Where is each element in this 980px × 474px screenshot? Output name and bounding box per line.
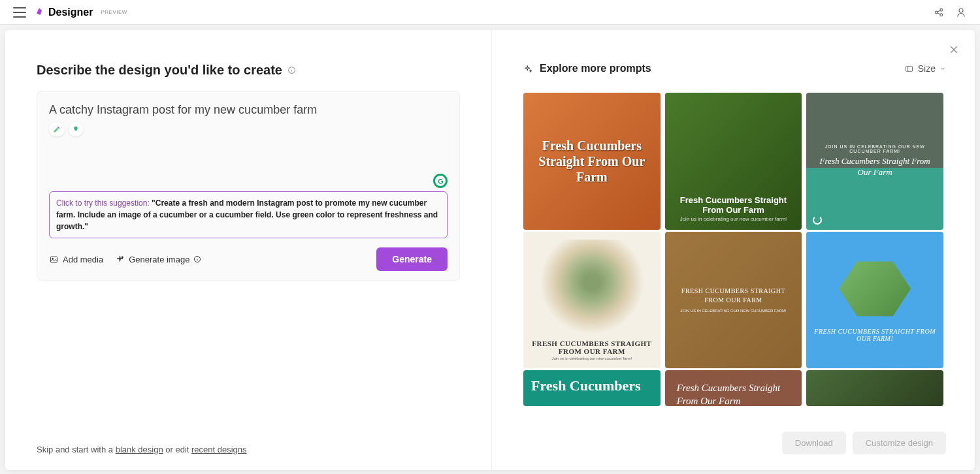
- prompt-heading: Describe the design you'd like to create: [37, 63, 460, 78]
- preview-badge: PREVIEW: [101, 9, 127, 15]
- design-thumbnail[interactable]: FRESH CUCUMBERS STRAIGHT FROM OUR FARM!: [806, 232, 943, 369]
- design-gallery: Fresh Cucumbers Straight From Our Farm F…: [523, 93, 946, 406]
- design-thumbnail[interactable]: Fresh Cucumbers Straight From Our Farm: [523, 93, 661, 230]
- logo-icon: [34, 7, 44, 18]
- download-button[interactable]: Download: [782, 432, 846, 454]
- highlighter-icon: [53, 125, 61, 133]
- customize-design-button[interactable]: Customize design: [853, 432, 946, 454]
- prompt-text[interactable]: A catchy Instagram post for my new cucum…: [49, 103, 448, 117]
- svg-rect-5: [51, 257, 57, 262]
- explore-prompts-button[interactable]: Explore more prompts: [523, 63, 651, 74]
- svg-point-0: [935, 11, 938, 14]
- svg-rect-8: [906, 66, 912, 71]
- app-header: Designer PREVIEW: [0, 0, 980, 25]
- main-panel: Describe the design you'd like to create…: [5, 30, 975, 470]
- lightbulb-icon: [72, 125, 80, 133]
- hamburger-menu-button[interactable]: [13, 7, 26, 18]
- suggestion-box[interactable]: Click to try this suggestion: "Create a …: [49, 191, 448, 238]
- svg-point-3: [959, 8, 963, 12]
- generate-image-button[interactable]: Generate image: [115, 255, 201, 264]
- prompt-panel: Describe the design you'd like to create…: [5, 30, 491, 470]
- size-icon: [904, 64, 914, 74]
- sparkle-icon: [115, 255, 125, 264]
- logo[interactable]: Designer: [34, 7, 93, 18]
- info-icon[interactable]: [287, 66, 296, 74]
- design-thumbnail[interactable]: Fresh Cucumbers: [523, 370, 661, 406]
- info-icon: [193, 255, 201, 263]
- recent-designs-link[interactable]: recent designs: [191, 445, 247, 454]
- svg-point-1: [940, 8, 943, 11]
- prompt-input-box[interactable]: A catchy Instagram post for my new cucum…: [37, 91, 460, 281]
- loading-spinner: [813, 215, 822, 225]
- user-icon[interactable]: [955, 7, 967, 18]
- design-thumbnail[interactable]: [806, 370, 943, 406]
- skip-line: Skip and start with a blank design or ed…: [37, 445, 247, 454]
- suggestion-prefix: Click to try this suggestion:: [56, 198, 152, 208]
- app-name: Designer: [48, 7, 93, 18]
- suggestion-chip-highlight[interactable]: [49, 122, 65, 136]
- svg-point-2: [940, 13, 943, 16]
- design-thumbnail[interactable]: JOIN US IN CELEBRATING OUR NEW CUCUMBER …: [806, 93, 943, 230]
- suggestion-chip-idea[interactable]: [69, 122, 83, 136]
- close-icon[interactable]: [949, 44, 959, 55]
- design-thumbnail[interactable]: FRESH CUCUMBERS STRAIGHT FROM OUR FARMJO…: [665, 232, 802, 369]
- blank-design-link[interactable]: blank design: [116, 445, 163, 454]
- grammarly-icon[interactable]: [433, 174, 448, 188]
- generate-button[interactable]: Generate: [376, 247, 448, 271]
- size-dropdown[interactable]: Size: [904, 63, 946, 74]
- chevron-down-icon: [939, 65, 946, 72]
- design-thumbnail[interactable]: Fresh Cucumbers Straight From Our FarmJo…: [665, 93, 802, 230]
- svg-point-6: [52, 258, 54, 259]
- add-media-button[interactable]: Add media: [49, 255, 103, 264]
- share-icon[interactable]: [933, 7, 945, 18]
- design-thumbnail[interactable]: Fresh Cucumbers Straight From Our Farm: [665, 370, 802, 406]
- results-panel: Explore more prompts Size Fresh Cucumber…: [491, 30, 975, 470]
- media-icon: [49, 255, 59, 264]
- design-thumbnail[interactable]: FRESH CUCUMBERS STRAIGHT FROM OUR FARMJo…: [523, 232, 661, 369]
- sparkle-icon: [523, 64, 533, 74]
